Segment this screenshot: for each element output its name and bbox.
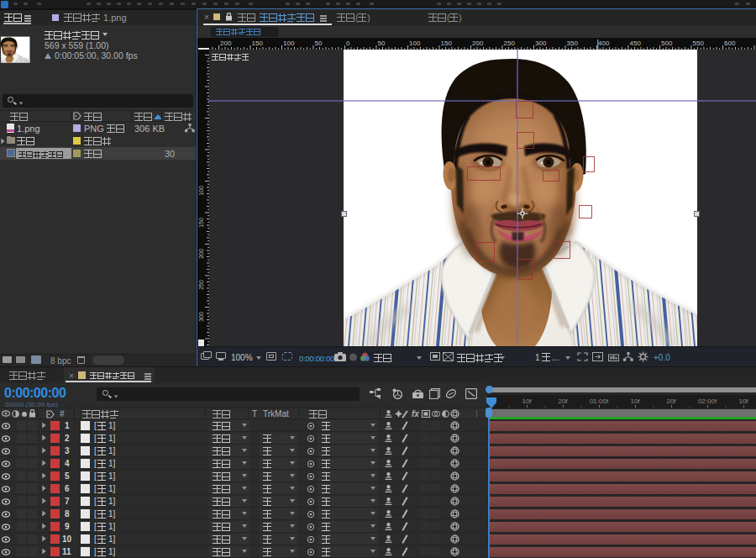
- svg-text:500: 500: [661, 39, 673, 47]
- svg-text:20f: 20f: [558, 397, 568, 405]
- svg-text:150: 150: [198, 218, 204, 228]
- svg-text:300: 300: [198, 312, 204, 322]
- svg-text:10f: 10f: [630, 397, 640, 405]
- svg-text:10f: 10f: [738, 397, 748, 405]
- svg-text:50: 50: [378, 39, 386, 47]
- svg-text:400: 400: [598, 39, 610, 47]
- svg-text:02:00f: 02:00f: [698, 397, 717, 405]
- svg-text:01:00f: 01:00f: [590, 397, 609, 405]
- svg-text:100: 100: [409, 39, 421, 47]
- svg-text:200: 200: [198, 249, 204, 259]
- svg-text:200: 200: [472, 39, 484, 47]
- svg-text:250: 250: [504, 39, 516, 47]
- svg-text:100: 100: [283, 39, 295, 47]
- svg-text:550: 550: [693, 39, 705, 47]
- svg-text:10f: 10f: [522, 397, 532, 405]
- svg-text:600: 600: [724, 39, 736, 47]
- svg-text:100: 100: [198, 186, 204, 196]
- svg-text:200: 200: [220, 39, 232, 47]
- svg-text:150: 150: [252, 39, 264, 47]
- svg-text:20f: 20f: [666, 397, 676, 405]
- svg-text:450: 450: [630, 39, 642, 47]
- svg-text:300: 300: [535, 39, 547, 47]
- svg-text:0: 0: [346, 39, 350, 47]
- svg-text:150: 150: [441, 39, 453, 47]
- svg-text:250: 250: [198, 280, 204, 290]
- svg-text:350: 350: [567, 39, 579, 47]
- svg-text:50: 50: [315, 39, 323, 47]
